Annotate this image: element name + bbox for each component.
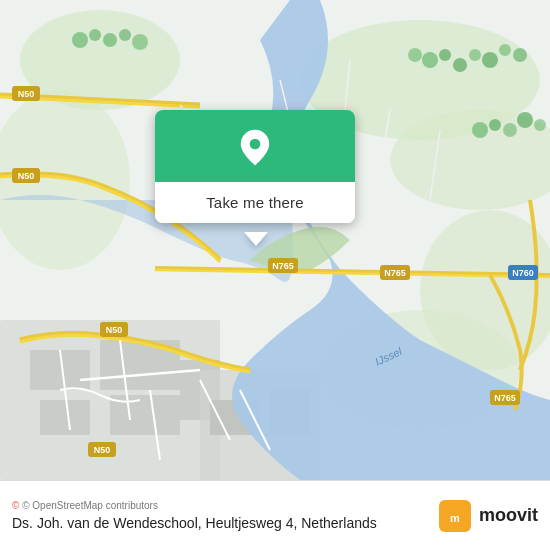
svg-text:N50: N50 [18, 171, 35, 181]
map-svg: N50 N50 N50 N50 N765 N765 N765 N760 IJss… [0, 0, 550, 480]
moovit-text: moovit [479, 505, 538, 526]
svg-text:m: m [450, 512, 460, 524]
svg-text:N760: N760 [512, 268, 534, 278]
svg-point-53 [503, 123, 517, 137]
svg-point-45 [408, 48, 422, 62]
address-line: Ds. Joh. van de Wendeschool, Heultjesweg… [12, 515, 439, 531]
svg-point-60 [132, 34, 148, 50]
svg-point-44 [439, 49, 451, 61]
svg-point-48 [482, 52, 498, 68]
svg-point-59 [119, 29, 131, 41]
copyright-icon: © [12, 500, 19, 511]
svg-point-50 [513, 48, 527, 62]
svg-point-55 [534, 119, 546, 131]
address-text-line1: Ds. Joh. van de Wendeschool, Heultjesweg… [12, 515, 297, 531]
svg-point-46 [453, 58, 467, 72]
popup-card: Take me there [155, 110, 355, 223]
moovit-logo-icon: m [439, 500, 471, 532]
svg-text:N50: N50 [94, 445, 111, 455]
location-pin-icon [235, 128, 275, 168]
popup-green-area [155, 110, 355, 182]
address-text-line2: Netherlands [301, 515, 377, 531]
svg-text:N50: N50 [106, 325, 123, 335]
svg-point-52 [489, 119, 501, 131]
copyright-text: © OpenStreetMap contributors [22, 500, 158, 511]
svg-text:N50: N50 [18, 89, 35, 99]
svg-point-57 [89, 29, 101, 41]
svg-point-54 [517, 112, 533, 128]
popup-pointer [244, 232, 268, 246]
svg-point-58 [103, 33, 117, 47]
info-bar: © © OpenStreetMap contributors Ds. Joh. … [0, 480, 550, 550]
map-container[interactable]: N50 N50 N50 N50 N765 N765 N765 N760 IJss… [0, 0, 550, 480]
svg-point-68 [250, 139, 261, 150]
svg-point-51 [472, 122, 488, 138]
svg-point-47 [469, 49, 481, 61]
take-me-there-button[interactable]: Take me there [155, 182, 355, 223]
svg-point-56 [72, 32, 88, 48]
svg-point-43 [422, 52, 438, 68]
svg-point-49 [499, 44, 511, 56]
svg-text:N765: N765 [272, 261, 294, 271]
copyright-line: © © OpenStreetMap contributors [12, 500, 439, 511]
svg-text:N765: N765 [494, 393, 516, 403]
svg-text:N765: N765 [384, 268, 406, 278]
info-text-area: © © OpenStreetMap contributors Ds. Joh. … [12, 500, 439, 531]
svg-rect-10 [40, 400, 90, 435]
moovit-logo: m moovit [439, 500, 538, 532]
